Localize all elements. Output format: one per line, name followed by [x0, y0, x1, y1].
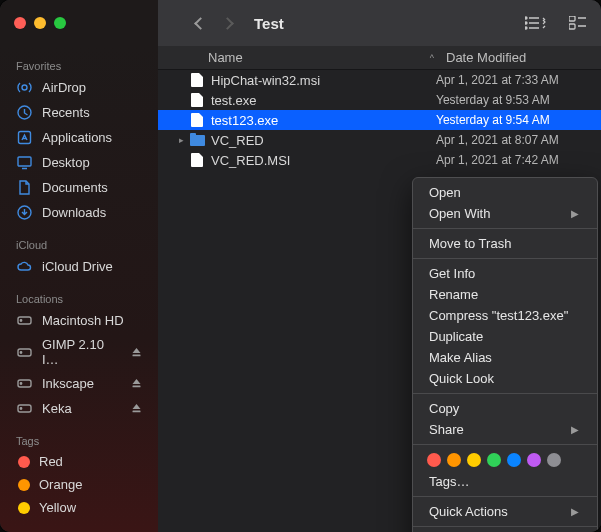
forward-button[interactable] — [221, 17, 234, 30]
file-date: Apr 1, 2021 at 8:07 AM — [436, 133, 601, 147]
sidebar-item-label: Desktop — [42, 155, 90, 170]
tag-color-swatch[interactable] — [447, 453, 461, 467]
tag-color-icon — [18, 479, 30, 491]
titlebar: Test — [0, 0, 601, 46]
sidebar-item-label: Macintosh HD — [42, 313, 124, 328]
sidebar-item-inkscape[interactable]: Inkscape — [0, 371, 158, 396]
document-icon — [191, 73, 203, 87]
column-name[interactable]: Name — [208, 50, 243, 65]
svg-point-4 — [525, 22, 527, 24]
menu-item-label: Move to Trash — [429, 236, 511, 251]
window-controls — [14, 17, 66, 29]
sidebar-item-icloud-drive[interactable]: iCloud Drive — [0, 254, 158, 279]
sidebar-item-downloads[interactable]: Downloads — [0, 200, 158, 225]
close-button[interactable] — [14, 17, 26, 29]
recents-icon — [16, 104, 33, 121]
sidebar-item-label: iCloud Drive — [42, 259, 113, 274]
file-row[interactable]: HipChat-win32.msiApr 1, 2021 at 7:33 AM — [158, 70, 601, 90]
menu-item-label: Duplicate — [429, 329, 483, 344]
disclosure-icon[interactable]: ▸ — [176, 135, 187, 145]
tag-color-icon — [18, 502, 30, 514]
disk-icon — [16, 400, 33, 417]
sidebar-item-macintosh-hd[interactable]: Macintosh HD — [0, 308, 158, 333]
sidebar-tag-orange[interactable]: Orange — [0, 473, 158, 496]
sidebar-tag-yellow[interactable]: Yellow — [0, 496, 158, 519]
tag-color-swatch[interactable] — [427, 453, 441, 467]
menu-item-label: Get Info — [429, 266, 475, 281]
tag-color-swatch[interactable] — [467, 453, 481, 467]
view-list-icon[interactable] — [525, 16, 547, 30]
file-name: test123.exe — [211, 113, 436, 128]
menu-item-rename[interactable]: Rename — [413, 284, 597, 305]
file-row[interactable]: test.exeYesterday at 9:53 AM — [158, 90, 601, 110]
column-headers: Name ^ Date Modified — [158, 46, 601, 70]
menu-item-quick-actions[interactable]: Quick Actions▶ — [413, 501, 597, 522]
menu-item-make-alias[interactable]: Make Alias — [413, 347, 597, 368]
menu-separator — [413, 496, 597, 497]
sort-indicator-icon[interactable]: ^ — [430, 53, 434, 63]
file-name: VC_RED — [211, 133, 436, 148]
eject-icon[interactable] — [131, 347, 142, 358]
maximize-button[interactable] — [54, 17, 66, 29]
sidebar-item-label: Recents — [42, 105, 90, 120]
window-title: Test — [254, 15, 284, 32]
file-row[interactable]: ▸VC_REDApr 1, 2021 at 8:07 AM — [158, 130, 601, 150]
sidebar-item-recents[interactable]: Recents — [0, 100, 158, 125]
menu-item-open[interactable]: Open — [413, 182, 597, 203]
group-icon[interactable] — [569, 16, 587, 30]
svg-point-22 — [20, 383, 21, 384]
svg-point-25 — [20, 408, 21, 409]
sidebar-item-label: Red — [39, 454, 63, 469]
sidebar-item-gimp-2-10-i-[interactable]: GIMP 2.10 I… — [0, 333, 158, 371]
menu-item-label: Compress "test123.exe" — [429, 308, 568, 323]
menu-item-share[interactable]: Share▶ — [413, 419, 597, 440]
tag-color-swatch[interactable] — [487, 453, 501, 467]
menu-separator — [413, 444, 597, 445]
section-tags: Tags — [0, 429, 158, 450]
svg-rect-6 — [569, 16, 575, 21]
sidebar-item-label: Inkscape — [42, 376, 94, 391]
sidebar-item-documents[interactable]: Documents — [0, 175, 158, 200]
back-button[interactable] — [194, 17, 207, 30]
minimize-button[interactable] — [34, 17, 46, 29]
disk-icon — [16, 375, 33, 392]
svg-rect-20 — [133, 354, 141, 356]
sidebar-item-label: GIMP 2.10 I… — [42, 337, 122, 367]
menu-item-copy[interactable]: Copy — [413, 398, 597, 419]
folder-icon — [190, 135, 205, 146]
eject-icon[interactable] — [131, 403, 142, 414]
sidebar-item-applications[interactable]: Applications — [0, 125, 158, 150]
tag-color-swatch[interactable] — [547, 453, 561, 467]
menu-item-move-to-trash[interactable]: Move to Trash — [413, 233, 597, 254]
menu-item-compress-test123-exe[interactable]: Compress "test123.exe" — [413, 305, 597, 326]
menu-item-label: Tags… — [429, 474, 469, 489]
svg-rect-13 — [18, 157, 31, 166]
tag-color-swatch[interactable] — [527, 453, 541, 467]
file-row[interactable]: test123.exeYesterday at 9:54 AM — [158, 110, 601, 130]
column-date[interactable]: Date Modified — [446, 50, 601, 65]
sidebar-item-keka[interactable]: Keka — [0, 396, 158, 421]
menu-item-duplicate[interactable]: Duplicate — [413, 326, 597, 347]
menu-separator — [413, 258, 597, 259]
menu-item-get-info[interactable]: Get Info — [413, 263, 597, 284]
svg-point-5 — [525, 27, 527, 29]
submenu-icon: ▶ — [571, 208, 579, 219]
menu-item-label: Share — [429, 422, 464, 437]
menu-item-label: Open — [429, 185, 461, 200]
disk-icon — [16, 312, 33, 329]
file-date: Apr 1, 2021 at 7:42 AM — [436, 153, 601, 167]
eject-icon[interactable] — [131, 378, 142, 389]
menu-separator — [413, 526, 597, 527]
sidebar-tag-red[interactable]: Red — [0, 450, 158, 473]
sidebar-item-airdrop[interactable]: AirDrop — [0, 75, 158, 100]
file-name: VC_RED.MSI — [211, 153, 436, 168]
svg-point-19 — [20, 351, 21, 352]
menu-item-open-with[interactable]: Open With▶ — [413, 203, 597, 224]
menu-item-tags[interactable]: Tags… — [413, 471, 597, 492]
submenu-icon: ▶ — [571, 506, 579, 517]
tag-color-swatch[interactable] — [507, 453, 521, 467]
menu-item-quick-look[interactable]: Quick Look — [413, 368, 597, 389]
sidebar-item-desktop[interactable]: Desktop — [0, 150, 158, 175]
sidebar-item-label: Yellow — [39, 500, 76, 515]
file-row[interactable]: VC_RED.MSIApr 1, 2021 at 7:42 AM — [158, 150, 601, 170]
